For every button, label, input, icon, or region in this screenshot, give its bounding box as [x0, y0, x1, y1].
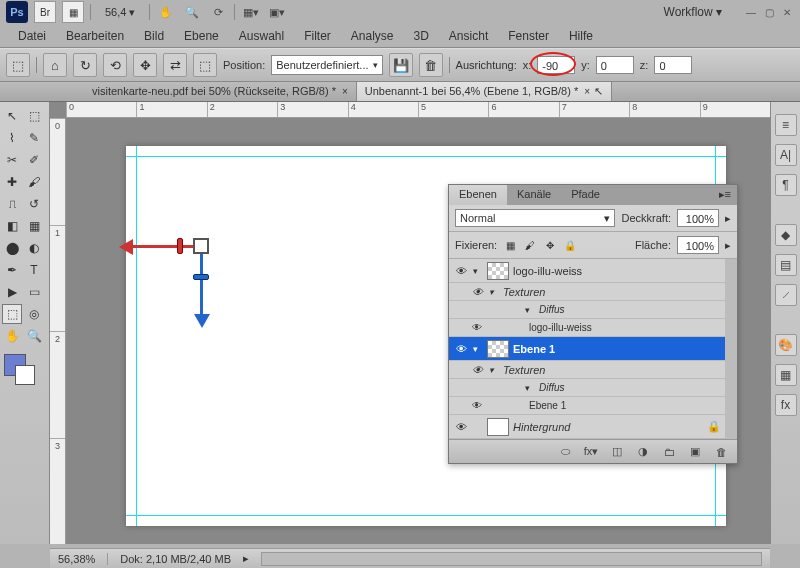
- foreground-background-color[interactable]: [4, 354, 26, 376]
- y-axis-handle[interactable]: [197, 246, 205, 328]
- 3d-roll-icon[interactable]: ⟲: [103, 53, 127, 77]
- heal-tool[interactable]: ✚: [2, 172, 22, 192]
- new-group-icon[interactable]: 🗀: [661, 444, 677, 460]
- twisty-icon[interactable]: ▾: [489, 287, 499, 297]
- paths-panel-icon[interactable]: ⟋: [775, 284, 797, 306]
- hand-tool-icon[interactable]: ✋: [156, 2, 176, 22]
- shape-tool[interactable]: ▭: [24, 282, 44, 302]
- visibility-icon[interactable]: 👁: [453, 265, 469, 277]
- styles-panel-icon[interactable]: fx: [775, 394, 797, 416]
- panel-menu-icon[interactable]: ▸≡: [713, 185, 737, 205]
- layer-row[interactable]: 👁▾Texturen: [449, 361, 725, 379]
- visibility-icon[interactable]: 👁: [453, 421, 469, 433]
- y-input[interactable]: 0: [596, 56, 634, 74]
- visibility-icon[interactable]: 👁: [469, 322, 485, 333]
- twisty-icon[interactable]: ▾: [489, 365, 499, 375]
- blur-tool[interactable]: ⬤: [2, 238, 22, 258]
- menu-ebene[interactable]: Ebene: [174, 25, 229, 47]
- status-zoom[interactable]: 56,38%: [58, 553, 95, 565]
- twisty-icon[interactable]: ▾: [473, 344, 483, 354]
- eyedropper-tool[interactable]: ✐: [24, 150, 44, 170]
- layer-thumbnail[interactable]: [487, 418, 509, 436]
- doc-tab-unbenannt[interactable]: Unbenannt-1 bei 56,4% (Ebene 1, RGB/8) *…: [357, 81, 612, 101]
- opacity-flyout-icon[interactable]: ▸: [725, 212, 731, 225]
- 3d-object-tool[interactable]: ⬚: [2, 304, 22, 324]
- twisty-icon[interactable]: ▾: [525, 383, 535, 393]
- status-flyout-icon[interactable]: ▸: [243, 552, 249, 565]
- x-input[interactable]: -90: [537, 56, 575, 74]
- paragraph-panel-icon[interactable]: ¶: [775, 174, 797, 196]
- horizontal-scrollbar[interactable]: [261, 552, 762, 566]
- menu-fenster[interactable]: Fenster: [498, 25, 559, 47]
- menu-hilfe[interactable]: Hilfe: [559, 25, 603, 47]
- 3d-home-icon[interactable]: ⌂: [43, 53, 67, 77]
- path-select-tool[interactable]: ▶: [2, 282, 22, 302]
- quick-select-tool[interactable]: ✎: [24, 128, 44, 148]
- lock-all-icon[interactable]: 🔒: [563, 238, 577, 252]
- adjustment-layer-icon[interactable]: ◑: [635, 444, 651, 460]
- layer-row[interactable]: 👁logo-illu-weiss: [449, 319, 725, 337]
- crop-tool[interactable]: ✂: [2, 150, 22, 170]
- layer-row-selected[interactable]: 👁▾Ebene 1: [449, 337, 725, 361]
- gradient-tool[interactable]: ▦: [24, 216, 44, 236]
- layer-thumbnail[interactable]: [487, 262, 509, 280]
- character-panel-icon[interactable]: A|: [775, 144, 797, 166]
- position-select[interactable]: Benutzerdefiniert...: [271, 55, 382, 75]
- bridge-icon[interactable]: Br: [34, 1, 56, 23]
- menu-datei[interactable]: Datei: [8, 25, 56, 47]
- lock-pixels-icon[interactable]: 🖌: [523, 238, 537, 252]
- fill-input[interactable]: 100%: [677, 236, 719, 254]
- pen-tool[interactable]: ✒: [2, 260, 22, 280]
- delete-view-icon[interactable]: 🗑: [419, 53, 443, 77]
- swatches-panel-icon[interactable]: ▦: [775, 364, 797, 386]
- zoom-tool-icon[interactable]: 🔍: [182, 2, 202, 22]
- visibility-icon[interactable]: 👁: [453, 343, 469, 355]
- new-layer-icon[interactable]: ▣: [687, 444, 703, 460]
- visibility-icon[interactable]: 👁: [469, 286, 485, 298]
- menu-ansicht[interactable]: Ansicht: [439, 25, 498, 47]
- lasso-tool[interactable]: ⌇: [2, 128, 22, 148]
- 3d-scale-icon[interactable]: ⬚: [193, 53, 217, 77]
- ruler-horizontal[interactable]: 0123456789: [66, 102, 770, 118]
- ruler-vertical[interactable]: 0123: [50, 118, 66, 544]
- tab-pfade[interactable]: Pfade: [561, 185, 610, 205]
- layer-row[interactable]: 👁Hintergrund🔒: [449, 415, 725, 439]
- blend-mode-select[interactable]: Normal▾: [455, 209, 615, 227]
- menu-3d[interactable]: 3D: [404, 25, 439, 47]
- layer-thumbnail[interactable]: [487, 340, 509, 358]
- close-icon[interactable]: ×: [342, 86, 348, 97]
- minimize-button[interactable]: —: [744, 5, 758, 19]
- 3d-slide-icon[interactable]: ⇄: [163, 53, 187, 77]
- layer-row[interactable]: 👁Ebene 1: [449, 397, 725, 415]
- brush-tool[interactable]: 🖌: [24, 172, 44, 192]
- guide-vertical[interactable]: [136, 146, 137, 526]
- type-tool[interactable]: T: [24, 260, 44, 280]
- layer-row[interactable]: 👁▾Texturen: [449, 283, 725, 301]
- visibility-icon[interactable]: 👁: [469, 400, 485, 411]
- save-view-icon[interactable]: 💾: [389, 53, 413, 77]
- delete-layer-icon[interactable]: 🗑: [713, 444, 729, 460]
- menu-bild[interactable]: Bild: [134, 25, 174, 47]
- tab-ebenen[interactable]: Ebenen: [449, 185, 507, 205]
- visibility-icon[interactable]: 👁: [469, 364, 485, 376]
- history-brush-tool[interactable]: ↺: [24, 194, 44, 214]
- menu-filter[interactable]: Filter: [294, 25, 341, 47]
- maximize-button[interactable]: ▢: [762, 5, 776, 19]
- layer-style-icon[interactable]: fx▾: [583, 444, 599, 460]
- guide-horizontal[interactable]: [126, 156, 726, 157]
- layer-row[interactable]: 👁▾logo-illu-weiss: [449, 259, 725, 283]
- workspace-switcher[interactable]: Workflow ▾: [656, 3, 730, 21]
- close-button[interactable]: ✕: [780, 5, 794, 19]
- hand-tool[interactable]: ✋: [2, 326, 22, 346]
- 3d-pan-icon[interactable]: ✥: [133, 53, 157, 77]
- layer-row[interactable]: ▾Diffus: [449, 301, 725, 319]
- zoom-tool[interactable]: 🔍: [24, 326, 44, 346]
- menu-analyse[interactable]: Analyse: [341, 25, 404, 47]
- eraser-tool[interactable]: ◧: [2, 216, 22, 236]
- dodge-tool[interactable]: ◐: [24, 238, 44, 258]
- arrange-docs-icon[interactable]: ▦▾: [241, 2, 261, 22]
- lock-position-icon[interactable]: ✥: [543, 238, 557, 252]
- layers-panel-icon[interactable]: ◆: [775, 224, 797, 246]
- lock-transparency-icon[interactable]: ▦: [503, 238, 517, 252]
- x-axis-handle[interactable]: [119, 242, 201, 250]
